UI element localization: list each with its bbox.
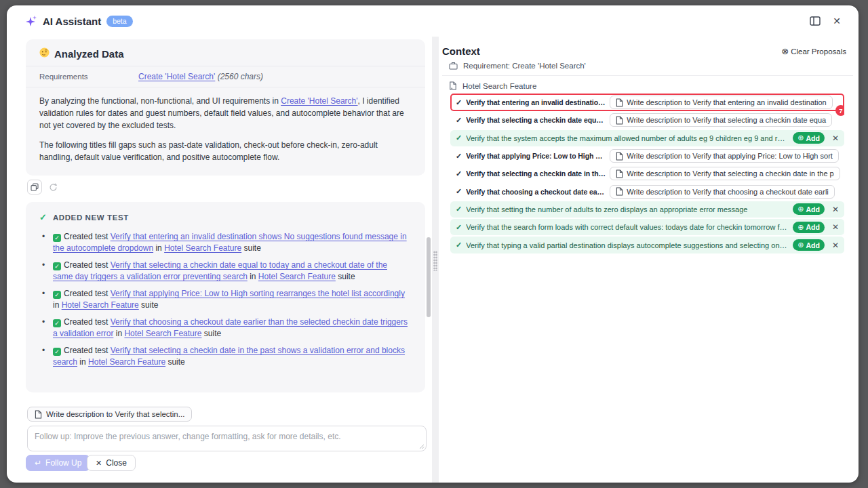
copy-button[interactable] bbox=[27, 180, 42, 195]
context-feature-row[interactable]: Hotel Search Feature bbox=[442, 81, 853, 90]
bullet-icon: • bbox=[42, 231, 45, 243]
created-tests-list: •✓Created test Verify that entering an i… bbox=[26, 231, 425, 368]
add-test-button[interactable]: ⊕Add bbox=[793, 239, 825, 251]
context-test-row[interactable]: ✓Verify that entering an invalid destina… bbox=[450, 94, 844, 111]
check-icon: ✓ bbox=[456, 205, 462, 214]
doc-icon bbox=[616, 169, 623, 178]
thinking-emoji bbox=[39, 47, 50, 60]
requirements-value: Create 'Hotel Search' (2560 chars) bbox=[138, 72, 263, 81]
beta-badge: beta bbox=[106, 16, 132, 27]
test-title: Verify that selecting a checkin date in … bbox=[466, 169, 606, 178]
requirements-label: Requirements bbox=[39, 73, 138, 81]
follow-up-button[interactable]: ↵ Follow Up bbox=[26, 455, 90, 471]
clear-circle-x-icon: ⊗ bbox=[781, 46, 789, 56]
chip-label: Write description to Verify that selecti… bbox=[627, 116, 826, 124]
close-x-icon: ✕ bbox=[96, 459, 102, 468]
test-title: Verify that selecting a checkin date equ… bbox=[466, 116, 606, 124]
suite-link[interactable]: Hotel Search Feature bbox=[258, 272, 336, 281]
check-icon: ✓ bbox=[456, 223, 462, 232]
pending-description-chip[interactable]: Write description to Verify that selecti… bbox=[27, 407, 192, 422]
check-emoji-icon: ✓ bbox=[53, 319, 61, 327]
context-test-row[interactable]: ✓Verify that the search form loads with … bbox=[450, 218, 844, 236]
add-test-button[interactable]: ⊕Add bbox=[793, 222, 825, 233]
check-icon: ✓ bbox=[456, 241, 462, 249]
doc-icon bbox=[616, 187, 623, 196]
requirement-inline-link[interactable]: Create 'Hotel Search' bbox=[281, 96, 357, 106]
add-test-button[interactable]: ⊕Add bbox=[793, 203, 825, 215]
context-test-row[interactable]: ✓Verify that choosing a checkout date ea… bbox=[450, 182, 844, 200]
proposal-count-badge: 7 bbox=[835, 105, 844, 116]
chip-label: Write description to Verify that choosin… bbox=[627, 188, 829, 196]
added-tests-heading: ADDED NEW TEST bbox=[53, 214, 129, 222]
followup-input[interactable] bbox=[27, 426, 427, 451]
context-test-row[interactable]: ✓Verify that typing a valid partial dest… bbox=[450, 236, 844, 253]
success-check-icon: ✓ bbox=[39, 212, 47, 222]
check-icon: ✓ bbox=[456, 98, 462, 107]
context-title: Context bbox=[442, 45, 480, 57]
write-description-chip[interactable]: Write description to Verify that selecti… bbox=[610, 113, 832, 127]
add-test-button[interactable]: ⊕Add bbox=[793, 132, 825, 144]
add-label: Add bbox=[806, 241, 820, 249]
dismiss-proposal-icon[interactable]: ✕ bbox=[832, 205, 839, 214]
context-test-row[interactable]: ✓Verify that the system accepts the maxi… bbox=[450, 129, 844, 147]
ai-assistant-panel: AI Assistant beta ✕ Analyzed Data Requir… bbox=[7, 5, 859, 483]
context-test-row[interactable]: ✓Verify that selecting a checkin date eq… bbox=[450, 111, 844, 129]
test-title: Verify that applying Price: Low to High … bbox=[466, 152, 606, 160]
bullet-icon: • bbox=[42, 317, 45, 328]
suite-link[interactable]: Hotel Search Feature bbox=[164, 243, 241, 253]
context-requirement-row[interactable]: Requirement: Create 'Hotel Search' bbox=[442, 62, 853, 76]
analysis-paragraph-2: The following titles fill gaps such as p… bbox=[39, 139, 412, 163]
suite-link[interactable]: Hotel Search Feature bbox=[124, 329, 201, 338]
chip-label: Write description to Verify that enterin… bbox=[627, 98, 827, 106]
close-icon[interactable]: ✕ bbox=[833, 16, 841, 26]
dismiss-proposal-icon[interactable]: ✕ bbox=[832, 222, 839, 232]
context-pane: Context ⊗ Clear Proposals Requirement: C… bbox=[442, 37, 853, 483]
add-label: Add bbox=[806, 205, 820, 214]
added-tests-card: ✓ ADDED NEW TEST •✓Created test Verify t… bbox=[26, 202, 425, 392]
check-icon: ✓ bbox=[456, 187, 462, 196]
test-title: Verify that typing a valid partial desti… bbox=[466, 241, 789, 249]
sparkles-icon bbox=[26, 16, 37, 27]
test-title: Verify that setting the number of adults… bbox=[466, 205, 789, 214]
proposed-tests-list: ✓Verify that entering an invalid destina… bbox=[450, 94, 844, 254]
check-emoji-icon: ✓ bbox=[53, 262, 61, 270]
write-description-chip[interactable]: Write description to Verify that selecti… bbox=[610, 167, 840, 180]
pending-description-label: Write description to Verify that selecti… bbox=[46, 410, 184, 418]
created-test-link[interactable]: Verify that selecting a checkin date equ… bbox=[53, 260, 387, 281]
doc-icon bbox=[616, 116, 623, 125]
created-test-item: •✓Created test Verify that selecting a c… bbox=[42, 260, 409, 283]
return-key-icon: ↵ bbox=[35, 458, 41, 468]
test-title: Verify that entering an invalid destinat… bbox=[466, 98, 606, 106]
analysis-paragraph-1: By analyzing the functional, non-functio… bbox=[39, 95, 412, 131]
requirements-meta: (2560 chars) bbox=[218, 72, 263, 81]
plus-circle-icon: ⊕ bbox=[797, 134, 804, 142]
test-title: Verify that the search form loads with c… bbox=[466, 223, 789, 231]
context-test-row[interactable]: ✓Verify that applying Price: Low to High… bbox=[450, 147, 844, 165]
created-test-item: •✓Created test Verify that entering an i… bbox=[42, 231, 409, 254]
write-description-chip[interactable]: Write description to Verify that enterin… bbox=[610, 96, 833, 109]
dismiss-proposal-icon[interactable]: ✕ bbox=[832, 241, 839, 250]
check-emoji-icon: ✓ bbox=[53, 234, 61, 242]
created-test-item: •✓Created test Verify that choosing a ch… bbox=[42, 317, 409, 340]
chip-label: Write description to Verify that applyin… bbox=[627, 152, 833, 160]
add-label: Add bbox=[806, 134, 820, 142]
created-test-link[interactable]: Verify that choosing a checkout date ear… bbox=[53, 317, 408, 338]
retry-icon[interactable] bbox=[45, 180, 60, 195]
write-description-chip[interactable]: Write description to Verify that applyin… bbox=[610, 149, 839, 163]
plus-circle-icon: ⊕ bbox=[797, 241, 804, 249]
divider-drag-handle[interactable] bbox=[433, 251, 437, 271]
suite-link[interactable]: Hotel Search Feature bbox=[88, 357, 165, 367]
left-pane-scrollbar[interactable] bbox=[427, 237, 431, 317]
context-test-row[interactable]: ✓Verify that setting the number of adult… bbox=[450, 201, 844, 218]
requirement-link[interactable]: Create 'Hotel Search' bbox=[138, 72, 215, 81]
check-icon: ✓ bbox=[456, 152, 462, 161]
panel-toggle-icon[interactable] bbox=[810, 16, 821, 26]
close-button[interactable]: ✕ Close bbox=[87, 455, 136, 471]
context-test-row[interactable]: ✓Verify that selecting a checkin date in… bbox=[450, 165, 844, 182]
created-test-link[interactable]: Verify that applying Price: Low to High … bbox=[111, 289, 405, 298]
write-description-chip[interactable]: Write description to Verify that choosin… bbox=[610, 185, 835, 199]
suite-link[interactable]: Hotel Search Feature bbox=[62, 300, 139, 310]
dismiss-proposal-icon[interactable]: ✕ bbox=[832, 134, 839, 143]
clear-proposals-button[interactable]: ⊗ Clear Proposals bbox=[781, 46, 846, 56]
doc-icon bbox=[616, 152, 623, 161]
